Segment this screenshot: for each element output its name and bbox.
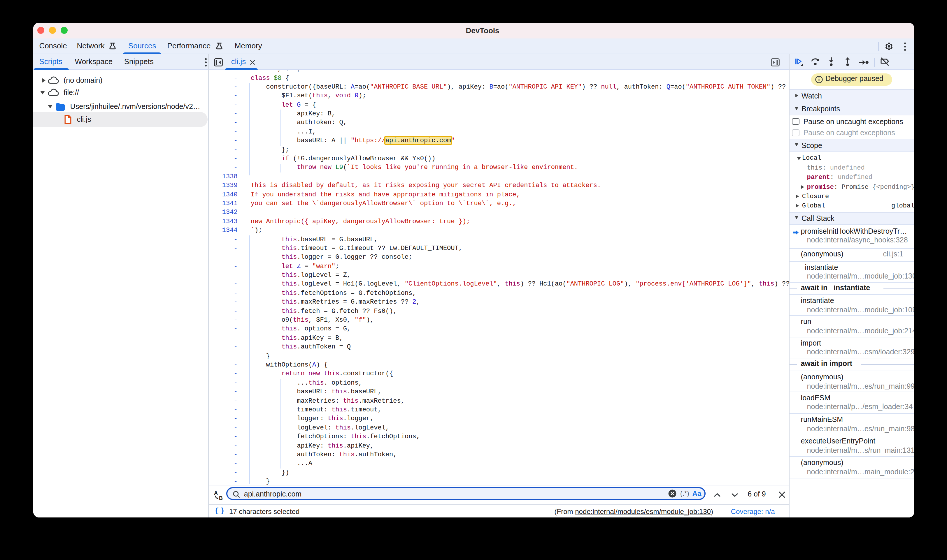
svg-text:B: B: [219, 495, 223, 500]
svg-text:A: A: [214, 490, 218, 495]
